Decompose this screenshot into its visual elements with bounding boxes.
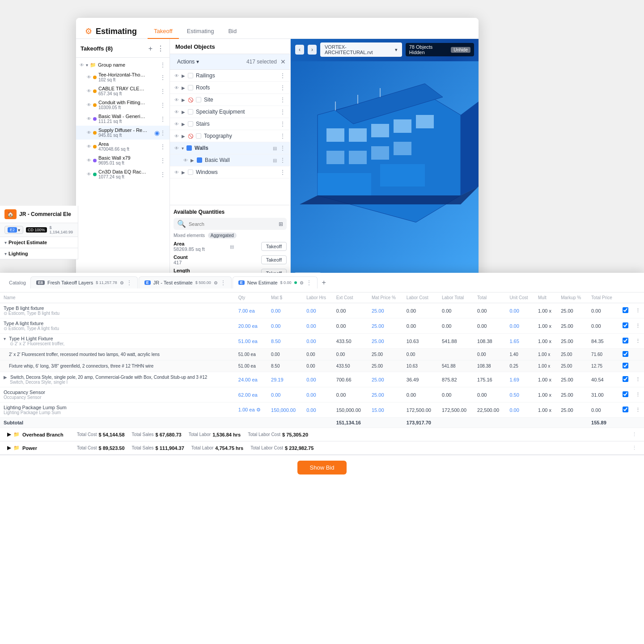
row-name: Occupancy Sensor Occupancy Sensor	[0, 387, 235, 402]
tab-more[interactable]: ⋮	[127, 280, 132, 286]
checkbox[interactable]	[188, 169, 193, 175]
more-btn[interactable]: ⋮	[160, 74, 166, 81]
checkbox[interactable]	[188, 85, 193, 90]
row-checkbox[interactable]	[623, 322, 628, 328]
item-sub: Occupancy Sensor	[4, 395, 231, 400]
row-checkbox[interactable]	[623, 351, 628, 357]
add-tab-button[interactable]: +	[318, 279, 330, 287]
list-item[interactable]: 👁 Cn3D Data EQ Rack x6 1077.24 sq ft ⋮	[76, 167, 169, 181]
section-name[interactable]: ▶ 📁 Overhead Branch	[7, 432, 70, 437]
row-checkbox[interactable]	[623, 391, 628, 397]
list-item[interactable]: 👁 Basic Wall - Generic - 8" 111.21 sq ft…	[76, 112, 169, 126]
more-btn[interactable]: ⋮	[160, 88, 166, 95]
expand-arrow[interactable]: ▶	[4, 375, 7, 380]
more-btn[interactable]: ⋮	[160, 143, 166, 150]
row-checkbox[interactable]	[623, 307, 628, 313]
checkbox[interactable]	[186, 145, 192, 151]
more-icon[interactable]: ⋮	[280, 144, 286, 152]
list-item[interactable]: 👁 ▶ Roofs ⋮	[170, 82, 290, 94]
list-item[interactable]: 👁 ▶ Windows ⋮	[170, 166, 290, 178]
tab-jr-test[interactable]: E JR - Test estimate $ 500.00 ⚙ ⋮	[139, 276, 232, 288]
close-button[interactable]: ✕	[280, 58, 286, 65]
checkbox[interactable]	[188, 73, 193, 78]
list-item[interactable]: 👁 Supply Diffuser - Rectangular F... 945…	[76, 126, 169, 140]
list-item[interactable]: 👁 ▶ Specialty Equipment ⋮	[170, 106, 290, 118]
revit-file-dropdown[interactable]: VORTEX-ARCHITECTURAL.rvt ▾	[320, 42, 402, 57]
qty-search-input[interactable]	[189, 221, 276, 227]
list-item[interactable]: 👁 Tee-Horizontal-Thomas_And_Betts-C... 1…	[76, 70, 169, 84]
more-icon[interactable]: ⋮	[280, 157, 286, 164]
lighting-header[interactable]: ▾ Lighting	[0, 248, 78, 259]
e2-badge: E2	[8, 227, 17, 233]
more-btn[interactable]: ⋮	[160, 171, 166, 178]
group-more[interactable]: ⋮	[160, 61, 166, 68]
filter-icon[interactable]: ⊞	[279, 221, 283, 227]
actions-button[interactable]: Actions ▾	[174, 57, 202, 67]
tab-estimating[interactable]: Estimating	[181, 24, 220, 39]
takeoffs-more-button[interactable]: ⋮	[156, 43, 165, 54]
checkbox[interactable]	[188, 121, 193, 127]
row-more[interactable]: ⋮	[632, 372, 644, 387]
show-bid-button[interactable]: Show Bid	[297, 461, 347, 475]
takeoff-area-button[interactable]: Takeoff	[261, 242, 287, 251]
total-labor-cost-stat: Total Labor Cost $ 75,305.20	[248, 432, 308, 437]
checkbox[interactable]	[196, 97, 201, 102]
more-icon[interactable]: ⋮	[280, 132, 286, 140]
e2-dropdown[interactable]: E2 ▾	[4, 226, 23, 234]
more-icon[interactable]: ⋮	[280, 96, 286, 103]
add-takeoff-button[interactable]: +	[148, 44, 153, 54]
list-item[interactable]: 👁 Basic Wall x79 9695.01 sq ft ⋮	[76, 153, 169, 167]
more-btn[interactable]: ⋮	[160, 157, 166, 164]
row-more[interactable]: ⋮	[632, 432, 637, 437]
expand-arrow[interactable]: ▾	[4, 336, 6, 341]
more-icon[interactable]: ⋮	[280, 120, 286, 127]
row-more[interactable]: ⋮	[632, 387, 644, 402]
takeoff-group-header[interactable]: 👁 ▾ 📁 Group name ⋮	[76, 59, 169, 70]
list-item[interactable]: 👁 ▶ Stairs ⋮	[170, 118, 290, 130]
row-more[interactable]: ⋮	[632, 334, 644, 349]
row-labor-cost: 0.00	[403, 318, 438, 334]
home-button[interactable]: 🏠	[4, 209, 17, 219]
takeoff-count-button[interactable]: Takeoff	[261, 255, 287, 264]
section-name[interactable]: ▶ 📁 Power	[7, 445, 70, 451]
list-item[interactable]: 👁 ▶ Basic Wall ▤ ⋮	[170, 154, 290, 166]
row-more[interactable]: ⋮	[632, 402, 644, 418]
more-icon[interactable]: ⋮	[280, 169, 286, 176]
tab-takeoff[interactable]: Takeoff	[148, 24, 179, 39]
more-icon[interactable]: ⋮	[280, 108, 286, 115]
list-item[interactable]: 👁 ▶ 🚫 Site ⋮	[170, 94, 290, 106]
checkbox[interactable]	[197, 157, 202, 163]
row-checkbox[interactable]	[623, 407, 628, 412]
more-btn[interactable]: ⋮	[160, 102, 166, 109]
row-checkbox[interactable]	[623, 338, 628, 343]
list-item[interactable]: 👁 ▶ Railings ⋮	[170, 70, 290, 82]
total-cost-value: $ 54,144.58	[98, 432, 124, 437]
row-labor-cost: 10.63	[403, 334, 438, 349]
nav-back-button[interactable]: ‹	[295, 45, 304, 55]
unhide-button[interactable]: Unhide	[451, 47, 470, 53]
checkbox[interactable]	[188, 109, 193, 114]
row-checkbox[interactable]	[623, 376, 628, 382]
checkbox[interactable]	[196, 133, 201, 139]
list-item[interactable]: 👁 ▾ Walls ▤ ⋮	[170, 142, 290, 154]
tab-new-estimate[interactable]: E New Estimate $ 0.00 ⚙ ⋮	[233, 276, 318, 288]
list-item[interactable]: 👁 CABLE TRAY CLEARANCE 657.34 sq ft ⋮	[76, 84, 169, 98]
row-more[interactable]: ⋮	[632, 318, 644, 334]
folder-icon: 📁	[90, 62, 96, 68]
tab-fresh-takeoff[interactable]: E8 Fresh Takeoff Layers $ 11,257.78 ⚙ ⋮	[30, 276, 138, 288]
more-icon[interactable]: ⋮	[280, 72, 286, 79]
row-more[interactable]: ⋮	[632, 445, 637, 451]
more-btn[interactable]: ⋮	[160, 129, 166, 136]
more-btn[interactable]: ⋮	[160, 115, 166, 123]
nav-forward-button[interactable]: ›	[308, 45, 317, 55]
tab-bid[interactable]: Bid	[222, 24, 243, 39]
project-estimate-header[interactable]: ▾ Project Estimate	[0, 237, 78, 248]
tab-more[interactable]: ⋮	[306, 280, 312, 286]
list-item[interactable]: 👁 ▶ 🚫 Topography ⋮	[170, 130, 290, 142]
row-checkbox[interactable]	[623, 363, 628, 369]
list-item[interactable]: 👁 Area 470048.66 sq ft ⋮	[76, 140, 169, 153]
row-more[interactable]: ⋮	[632, 303, 644, 318]
list-item[interactable]: 👁 Conduit with Fittings x1042 10309.05 f…	[76, 98, 169, 112]
more-icon[interactable]: ⋮	[280, 84, 286, 91]
tab-more[interactable]: ⋮	[220, 280, 226, 286]
